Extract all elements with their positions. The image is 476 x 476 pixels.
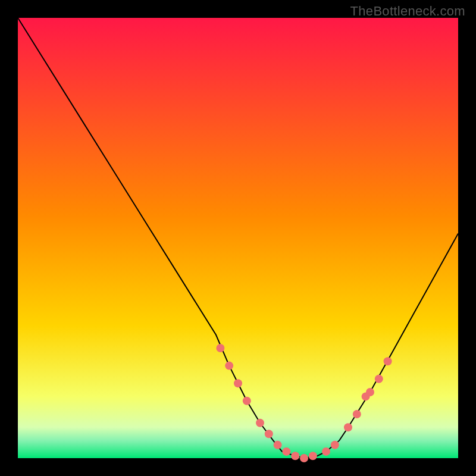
highlight-marker — [216, 344, 224, 352]
highlight-marker — [384, 357, 392, 365]
highlight-marker — [375, 375, 383, 383]
highlight-marker — [265, 430, 273, 438]
highlight-marker — [291, 452, 299, 460]
gradient-background — [18, 18, 458, 458]
gradient-rect — [18, 18, 458, 458]
highlight-marker — [344, 423, 352, 431]
highlight-marker — [234, 379, 242, 387]
highlight-marker — [300, 454, 308, 462]
highlight-marker — [366, 388, 374, 396]
highlight-marker — [322, 447, 330, 456]
highlight-marker — [225, 362, 233, 370]
highlight-marker — [274, 441, 282, 449]
highlight-marker — [331, 441, 339, 449]
highlight-marker — [282, 447, 290, 456]
highlight-marker — [309, 452, 317, 460]
plot-area — [18, 18, 458, 458]
highlight-marker — [353, 410, 361, 418]
watermark-text: TheBottleneck.com — [350, 4, 465, 19]
chart-frame: TheBottleneck.com — [0, 0, 476, 476]
highlight-marker — [243, 397, 251, 405]
highlight-marker — [256, 419, 264, 427]
